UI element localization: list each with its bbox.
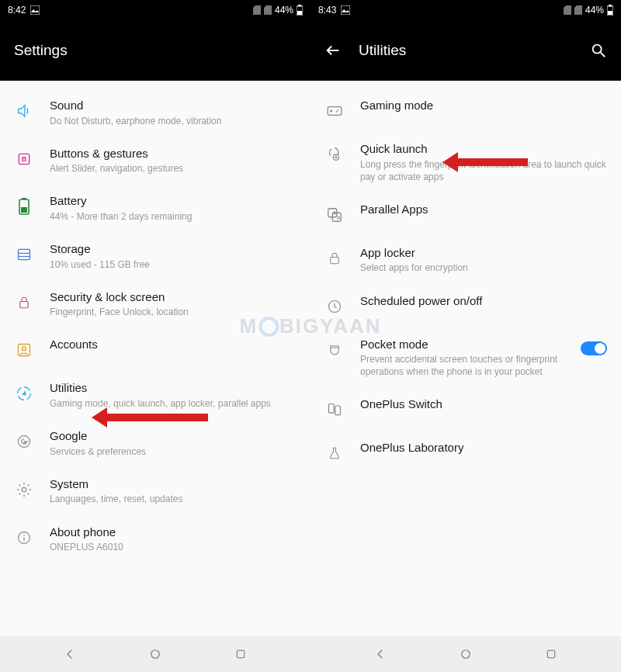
nav-back-button[interactable] <box>365 639 396 670</box>
status-bar: 8:42 44% <box>0 0 310 20</box>
utilities-item-applocker[interactable]: App locker Select apps for encryption <box>310 236 621 284</box>
settings-item-system[interactable]: System Languages, time, reset, updates <box>0 467 310 515</box>
sound-icon <box>12 99 36 123</box>
svg-rect-23 <box>341 5 350 15</box>
status-time: 8:42 <box>8 5 26 16</box>
accounts-icon <box>12 338 36 362</box>
parallel-apps-icon: AA <box>323 203 346 227</box>
item-title: Scheduled power on/off <box>360 293 607 309</box>
svg-point-35 <box>335 156 337 158</box>
utilities-item-pocket[interactable]: Pocket mode Prevent accidental screen to… <box>310 327 621 388</box>
sim-icon <box>264 5 272 15</box>
gear-icon <box>12 478 36 501</box>
utilities-item-lab[interactable]: OnePlus Laboratory <box>310 431 621 474</box>
settings-item-google[interactable]: Google Services & preferences <box>0 419 310 467</box>
pocket-icon <box>323 338 346 362</box>
item-sub: Languages, time, reset, updates <box>50 493 297 505</box>
page-title: Utilities <box>359 42 406 59</box>
header: Utilities <box>310 20 621 81</box>
page-title: Settings <box>14 42 68 59</box>
gamepad-icon <box>323 99 346 123</box>
battery-icon <box>297 5 303 16</box>
item-title: Storage <box>50 241 297 257</box>
item-title: System <box>50 476 297 492</box>
item-sub: Services & preferences <box>50 445 297 458</box>
item-sub: Gaming mode, quick launch, app locker, p… <box>50 397 297 410</box>
item-sub: Fingerprint, Face Unlock, location <box>50 306 297 318</box>
utilities-item-quicklaunch[interactable]: Quick launch Long press the fingerprint … <box>310 132 621 192</box>
settings-item-buttons[interactable]: B Buttons & gestures Alert Slider, navig… <box>0 137 310 185</box>
nav-recent-button[interactable] <box>225 639 256 670</box>
status-battery-pct: 44% <box>585 5 604 16</box>
item-sub: ONEPLUS A6010 <box>50 541 297 553</box>
svg-text:B: B <box>22 155 27 163</box>
svg-text:A: A <box>332 210 336 216</box>
svg-rect-43 <box>329 404 335 414</box>
battery-icon <box>607 5 613 16</box>
settings-item-security[interactable]: Security & lock screen Fingerprint, Face… <box>0 280 310 328</box>
header: Settings <box>0 20 310 81</box>
device-switch-icon <box>323 398 346 421</box>
search-button[interactable] <box>590 42 607 59</box>
search-icon <box>590 42 607 59</box>
svg-line-28 <box>601 53 605 57</box>
utilities-item-schedule[interactable]: Scheduled power on/off <box>310 284 621 327</box>
utilities-screen: 8:43 44% Utilities <box>310 0 621 672</box>
back-button[interactable] <box>324 42 342 59</box>
svg-rect-44 <box>335 406 341 415</box>
sim-icon <box>253 5 261 15</box>
picture-icon <box>341 5 350 15</box>
svg-point-17 <box>22 487 26 492</box>
svg-rect-40 <box>331 257 339 263</box>
settings-screen: 8:42 44% Settings Sound Do Not Disturb, … <box>0 0 310 672</box>
pocket-mode-toggle[interactable] <box>581 341 607 355</box>
svg-point-27 <box>593 45 602 54</box>
svg-rect-0 <box>30 5 40 15</box>
item-title: Accounts <box>50 337 297 352</box>
item-sub: Do Not Disturb, earphone mode, vibration <box>50 115 297 127</box>
item-title: Security & lock screen <box>50 289 297 305</box>
svg-point-21 <box>151 650 160 659</box>
svg-rect-12 <box>20 301 29 307</box>
status-time: 8:43 <box>318 5 336 16</box>
svg-rect-26 <box>608 11 612 15</box>
item-sub: Alert Slider, navigation, gestures <box>50 162 297 175</box>
nav-home-button[interactable] <box>450 639 481 670</box>
utilities-item-switch[interactable]: OnePlus Switch <box>310 387 621 431</box>
svg-rect-9 <box>19 249 30 259</box>
buttons-icon: B <box>12 147 36 171</box>
svg-rect-8 <box>21 207 27 213</box>
settings-item-sound[interactable]: Sound Do Not Disturb, earphone mode, vib… <box>0 88 310 137</box>
settings-item-battery[interactable]: Battery 44% - More than 2 days remaining <box>0 184 310 232</box>
storage-icon <box>12 243 36 266</box>
svg-point-45 <box>462 650 470 659</box>
svg-rect-13 <box>19 345 30 356</box>
settings-item-accounts[interactable]: Accounts <box>0 327 310 371</box>
utilities-item-parallel[interactable]: AA Parallel Apps <box>310 192 621 236</box>
nav-home-button[interactable] <box>140 639 171 670</box>
item-title: About phone <box>50 525 297 540</box>
item-sub: 44% - More than 2 days remaining <box>50 210 297 223</box>
svg-point-19 <box>23 534 25 535</box>
settings-item-storage[interactable]: Storage 10% used - 115 GB free <box>0 232 310 280</box>
item-title: Gaming mode <box>360 98 607 113</box>
svg-rect-3 <box>297 11 302 15</box>
item-title: App locker <box>360 245 607 261</box>
svg-point-32 <box>338 109 339 111</box>
item-title: Pocket mode <box>360 337 567 352</box>
fingerprint-tap-icon <box>323 143 346 166</box>
settings-list[interactable]: Sound Do Not Disturb, earphone mode, vib… <box>0 81 310 636</box>
info-icon <box>12 526 36 549</box>
svg-text:A: A <box>337 213 341 220</box>
utilities-item-gaming[interactable]: Gaming mode <box>310 88 621 132</box>
nav-back-button[interactable] <box>54 639 85 670</box>
svg-point-14 <box>23 347 26 351</box>
lock-icon <box>12 291 36 314</box>
settings-item-utilities[interactable]: Utilities Gaming mode, quick launch, app… <box>0 371 310 419</box>
nav-recent-button[interactable] <box>536 639 567 670</box>
settings-item-about[interactable]: About phone ONEPLUS A6010 <box>0 515 310 563</box>
lock-icon <box>323 247 346 270</box>
item-title: Utilities <box>50 380 297 396</box>
utilities-list[interactable]: Gaming mode Quick launch Long press the … <box>310 81 621 636</box>
item-title: Sound <box>50 98 297 113</box>
